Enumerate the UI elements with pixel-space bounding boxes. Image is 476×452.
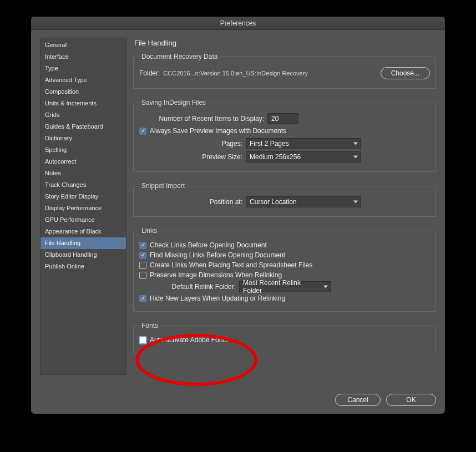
- group-recovery: Document Recovery Data Folder: CCC2016..…: [133, 53, 436, 89]
- checkbox-check-links[interactable]: [139, 242, 146, 249]
- position-at-label: Position at:: [139, 198, 242, 206]
- chevron-down-icon: [353, 143, 358, 145]
- find-missing-label[interactable]: Find Missing Links Before Opening Docume…: [150, 251, 285, 259]
- sidebar-item-track-changes[interactable]: Track Changes: [40, 179, 126, 191]
- create-links-label[interactable]: Create Links When Placing Text and Sprea…: [150, 261, 312, 269]
- sidebar-item-guides-pasteboard[interactable]: Guides & Pasteboard: [40, 121, 126, 133]
- group-links: Links Check Links Before Opening Documen…: [133, 227, 436, 312]
- checkbox-preserve-dims[interactable]: [139, 272, 146, 279]
- sidebar-item-units-increments[interactable]: Units & Increments: [40, 98, 126, 109]
- default-relink-select[interactable]: Most Recent Relink Folder: [239, 281, 331, 292]
- choose-button[interactable]: Choose...: [381, 67, 430, 79]
- choose-button-label: Choose...: [391, 69, 419, 77]
- group-fonts: Fonts Auto-activate Adobe Fonts: [133, 322, 436, 353]
- pages-select[interactable]: First 2 Pages: [246, 138, 361, 149]
- ok-button-label: OK: [406, 396, 416, 404]
- ok-button[interactable]: OK: [386, 394, 436, 406]
- group-snippet-legend: Snippet Import: [139, 182, 187, 190]
- pages-select-value: First 2 Pages: [250, 140, 289, 148]
- sidebar-item-gpu-performance[interactable]: GPU Performance: [40, 214, 126, 226]
- chevron-down-icon: [323, 286, 328, 288]
- group-recovery-legend: Document Recovery Data: [139, 53, 220, 60]
- panel-title: File Handling: [134, 39, 436, 47]
- sidebar-item-advanced-type[interactable]: Advanced Type: [40, 74, 126, 86]
- sidebar-item-dictionary[interactable]: Dictionary: [40, 133, 126, 144]
- preview-size-select[interactable]: Medium 256x256: [246, 151, 361, 162]
- sidebar-item-display-performance[interactable]: Display Performance: [40, 202, 126, 214]
- default-relink-label: Default Relink Folder:: [139, 283, 236, 291]
- sidebar-item-type[interactable]: Type: [40, 63, 126, 74]
- cancel-button[interactable]: Cancel: [335, 394, 381, 406]
- preview-size-select-value: Medium 256x256: [250, 153, 301, 161]
- position-at-select-value: Cursor Location: [250, 198, 297, 206]
- sidebar-item-composition[interactable]: Composition: [40, 86, 126, 98]
- recent-items-input[interactable]: [267, 113, 298, 124]
- group-snippet: Snippet Import Position at: Cursor Locat…: [133, 182, 436, 217]
- recent-items-label: Number of Recent Items to Display:: [139, 115, 264, 123]
- preferences-window: Preferences GeneralInterfaceTypeAdvanced…: [31, 17, 445, 414]
- checkbox-find-missing[interactable]: [139, 252, 146, 259]
- sidebar-item-story-editor-display[interactable]: Story Editor Display: [40, 191, 126, 202]
- sidebar-item-general[interactable]: General: [40, 39, 126, 51]
- file-handling-panel: File Handling Document Recovery Data Fol…: [133, 38, 436, 389]
- folder-path: CCC2016...n:Version 15.0:en_US:InDesign …: [163, 70, 377, 77]
- dialog-buttons: Cancel OK: [40, 394, 436, 406]
- chevron-down-icon: [353, 156, 358, 159]
- default-relink-select-value: Most Recent Relink Folder: [243, 279, 320, 294]
- checkbox-create-links[interactable]: [139, 262, 146, 269]
- pages-label: Pages:: [139, 140, 242, 148]
- titlebar: Preferences: [31, 17, 445, 30]
- sidebar: GeneralInterfaceTypeAdvanced TypeComposi…: [40, 38, 126, 375]
- window-title: Preferences: [220, 19, 256, 27]
- cancel-button-label: Cancel: [347, 396, 368, 404]
- checkbox-hide-layers[interactable]: [139, 295, 146, 302]
- sidebar-item-clipboard-handling[interactable]: Clipboard Handling: [40, 249, 126, 261]
- auto-activate-fonts-label[interactable]: Auto-activate Adobe Fonts: [150, 336, 228, 344]
- sidebar-item-appearance-of-black[interactable]: Appearance of Black: [40, 226, 126, 237]
- sidebar-item-publish-online[interactable]: Publish Online: [40, 261, 126, 272]
- check-links-label[interactable]: Check Links Before Opening Document: [150, 241, 267, 249]
- sidebar-item-notes[interactable]: Notes: [40, 167, 126, 179]
- group-fonts-legend: Fonts: [139, 322, 160, 329]
- group-saving-legend: Saving InDesign Files: [139, 99, 208, 106]
- hide-layers-label[interactable]: Hide New Layers When Updating or Relinki…: [150, 294, 285, 302]
- checkbox-save-preview[interactable]: [139, 128, 146, 135]
- position-at-select[interactable]: Cursor Location: [246, 196, 361, 207]
- save-preview-label[interactable]: Always Save Preview Images with Document…: [150, 127, 286, 135]
- sidebar-item-grids[interactable]: Grids: [40, 109, 126, 121]
- group-links-legend: Links: [139, 227, 159, 235]
- checkbox-auto-activate-fonts[interactable]: [139, 337, 146, 344]
- sidebar-item-file-handling[interactable]: File Handling: [40, 237, 126, 249]
- sidebar-item-autocorrect[interactable]: Autocorrect: [40, 156, 126, 167]
- folder-label: Folder:: [139, 69, 160, 77]
- preview-size-label: Preview Size:: [139, 153, 242, 161]
- sidebar-item-spelling[interactable]: Spelling: [40, 144, 126, 156]
- group-saving: Saving InDesign Files Number of Recent I…: [133, 99, 436, 172]
- chevron-down-icon: [353, 201, 358, 204]
- window-content: GeneralInterfaceTypeAdvanced TypeComposi…: [31, 30, 445, 414]
- sidebar-item-interface[interactable]: Interface: [40, 51, 126, 63]
- preserve-dims-label[interactable]: Preserve Image Dimensions When Relinking: [150, 271, 282, 279]
